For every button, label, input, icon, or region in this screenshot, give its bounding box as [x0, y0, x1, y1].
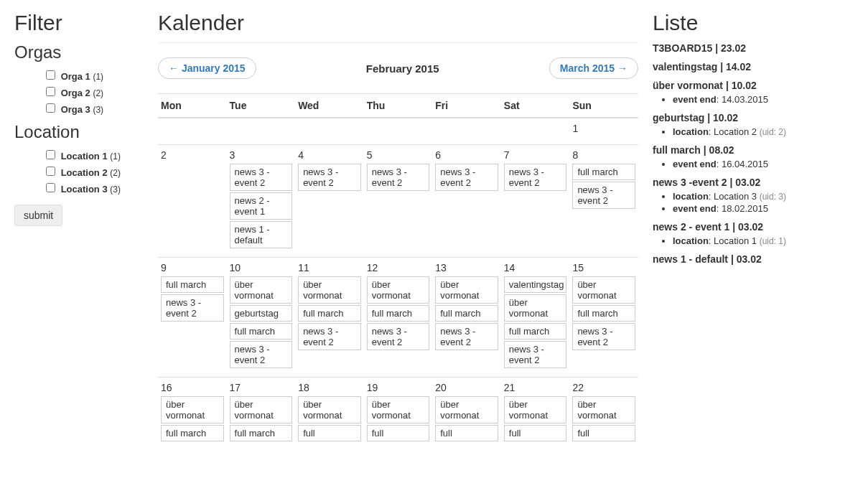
- calendar-event[interactable]: full march: [572, 305, 635, 322]
- calendar-event[interactable]: news 3 - event 2: [572, 182, 635, 209]
- calendar-event[interactable]: news 3 - event 2: [298, 164, 361, 191]
- current-month-label: February 2015: [366, 62, 439, 75]
- list-item-title[interactable]: news 2 - event 1 | 03.02: [653, 221, 854, 233]
- day-number: 7: [504, 149, 567, 161]
- orga-count: (3): [93, 105, 103, 115]
- day-number: 1: [572, 123, 635, 134]
- calendar-event[interactable]: über vormonat: [572, 396, 635, 423]
- day-number: 15: [572, 262, 635, 273]
- calendar-event[interactable]: full march: [298, 305, 361, 322]
- calendar-event[interactable]: full march: [504, 323, 567, 340]
- orga-label: Orga 1: [61, 71, 90, 82]
- calendar-event[interactable]: news 3 - event 2: [161, 294, 224, 322]
- list-item-title[interactable]: valentingstag | 14.02: [653, 61, 854, 72]
- calendar-event[interactable]: über vormonat: [572, 276, 635, 304]
- day-number: 21: [504, 382, 567, 393]
- next-month-button[interactable]: March 2015 →: [549, 57, 638, 79]
- orga-checkbox[interactable]: [46, 87, 55, 96]
- calendar-event[interactable]: über vormonat: [367, 396, 430, 423]
- submit-button[interactable]: submit: [14, 205, 62, 226]
- calendar-event[interactable]: full: [367, 425, 430, 441]
- calendar-event[interactable]: über vormonat: [367, 276, 430, 304]
- calendar-event[interactable]: über vormonat: [504, 396, 567, 423]
- list-item-title[interactable]: T3BOARD15 | 23.02: [653, 42, 854, 54]
- calendar-day-cell: 3news 3 - event 2news 2 - event 1news 1 …: [227, 145, 296, 258]
- calendar-panel: Kalender ← January 2015 February 2015 Ma…: [158, 11, 638, 450]
- calendar-event[interactable]: über vormonat: [435, 396, 498, 423]
- calendar-event[interactable]: full: [298, 425, 361, 441]
- list-item-title[interactable]: news 3 -event 2 | 03.02: [653, 177, 854, 188]
- calendar-event[interactable]: news 3 - event 2: [504, 341, 567, 368]
- calendar-day-cell: 19über vormonatfull: [364, 378, 433, 451]
- filter-panel: Filter Orgas Orga 1 (1) Orga 2 (2) Orga …: [14, 11, 144, 226]
- calendar-event[interactable]: valentingstag: [504, 276, 567, 293]
- list-item-detail: event end: 18.02.2015: [673, 203, 854, 214]
- calendar-event[interactable]: full: [572, 425, 635, 441]
- weekday-header: Fri: [432, 94, 501, 118]
- calendar-event[interactable]: über vormonat: [230, 276, 293, 304]
- day-number: 8: [572, 149, 635, 161]
- weekday-header: Tue: [227, 94, 296, 118]
- calendar-day-cell: 18über vormonatfull: [295, 378, 364, 451]
- detail-label: location: [673, 126, 709, 137]
- day-number: 9: [161, 262, 224, 273]
- day-number: 14: [504, 262, 567, 273]
- calendar-event[interactable]: über vormonat: [230, 396, 293, 423]
- calendar-day-cell: 15über vormonatfull marchnews 3 - event …: [569, 258, 638, 378]
- calendar-event[interactable]: über vormonat: [504, 294, 567, 322]
- detail-label: event end: [673, 94, 717, 105]
- calendar-event[interactable]: news 3 - event 2: [230, 164, 293, 191]
- calendar-event[interactable]: full march: [230, 323, 293, 340]
- calendar-event[interactable]: news 3 - event 2: [572, 323, 635, 350]
- calendar-day-cell: [158, 118, 227, 145]
- location-heading: Location: [14, 122, 144, 142]
- calendar-event[interactable]: full march: [161, 276, 224, 293]
- calendar-event[interactable]: über vormonat: [161, 396, 224, 423]
- detail-label: event end: [673, 203, 717, 214]
- location-count: (2): [110, 168, 121, 178]
- list-item-detail: location: Location 1 (uid: 1): [673, 235, 854, 246]
- calendar-event[interactable]: full: [435, 425, 498, 441]
- calendar-event[interactable]: geburtstag: [230, 305, 293, 322]
- calendar-event[interactable]: news 3 - event 2: [298, 323, 361, 350]
- calendar-day-cell: 4news 3 - event 2: [295, 145, 364, 258]
- calendar-event[interactable]: news 3 - event 2: [435, 164, 498, 191]
- list-item-title[interactable]: news 1 - default | 03.02: [653, 253, 854, 265]
- calendar-event[interactable]: full march: [435, 305, 498, 322]
- location-checkbox[interactable]: [46, 167, 55, 176]
- location-checkbox[interactable]: [46, 183, 55, 192]
- calendar-day-cell: 16über vormonatfull march: [158, 378, 227, 451]
- calendar-event[interactable]: news 1 - default: [230, 221, 293, 248]
- filter-location-item: Location 1 (1): [14, 148, 144, 161]
- calendar-week-row: 16über vormonatfull march17über vormonat…: [158, 378, 638, 451]
- list-item-title[interactable]: geburtstag | 10.02: [653, 112, 854, 123]
- calendar-title: Kalender: [158, 11, 638, 35]
- list-item-title[interactable]: über vormonat | 10.02: [653, 80, 854, 91]
- filter-orga-item: Orga 3 (3): [14, 101, 144, 115]
- calendar-event[interactable]: full march: [572, 164, 635, 180]
- calendar-event[interactable]: news 3 - event 2: [504, 164, 567, 191]
- calendar-event[interactable]: news 3 - event 2: [367, 323, 430, 350]
- location-count: (1): [110, 151, 121, 161]
- calendar-event[interactable]: über vormonat: [298, 396, 361, 423]
- calendar-event[interactable]: news 3 - event 2: [230, 341, 293, 368]
- prev-month-button[interactable]: ← January 2015: [158, 57, 256, 79]
- day-number: 17: [230, 382, 293, 393]
- calendar-event[interactable]: full: [504, 425, 567, 441]
- calendar-event[interactable]: full march: [161, 425, 224, 441]
- orga-checkbox[interactable]: [46, 103, 55, 113]
- list-item-title[interactable]: full march | 08.02: [653, 144, 854, 156]
- calendar-event[interactable]: news 3 - event 2: [435, 323, 498, 350]
- calendar-event[interactable]: news 3 - event 2: [367, 164, 430, 191]
- calendar-event[interactable]: über vormonat: [435, 276, 498, 304]
- calendar-event[interactable]: news 2 - event 1: [230, 192, 293, 220]
- calendar-event[interactable]: full march: [230, 425, 293, 441]
- calendar-event[interactable]: über vormonat: [298, 276, 361, 304]
- detail-value: : Location 3: [709, 191, 760, 202]
- detail-muted: (uid: 3): [760, 192, 786, 202]
- location-checkbox[interactable]: [46, 150, 55, 159]
- calendar-day-cell: 8full marchnews 3 - event 2: [569, 145, 638, 258]
- calendar-event[interactable]: full march: [367, 305, 430, 322]
- filter-location-item: Location 3 (3): [14, 181, 144, 195]
- orga-checkbox[interactable]: [46, 70, 55, 80]
